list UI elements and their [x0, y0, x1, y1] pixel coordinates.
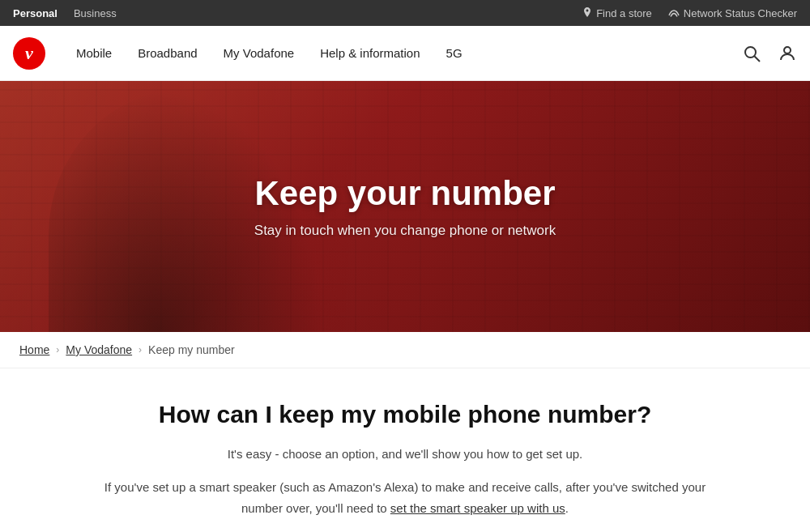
nav-broadband[interactable]: Broadband [126, 40, 208, 66]
vodafone-logo[interactable]: v [13, 37, 45, 70]
network-icon [668, 8, 680, 18]
utility-bar: Personal Business Find a store Network S… [0, 0, 810, 26]
main-content: How can I keep my mobile phone number? I… [81, 368, 729, 532]
nav-actions [742, 44, 797, 63]
breadcrumb: Home › My Vodafone › Keep my number [0, 332, 810, 368]
location-icon [582, 7, 592, 19]
nav-mobile[interactable]: Mobile [65, 40, 123, 66]
business-tab[interactable]: Business [74, 7, 117, 19]
hero-content: Keep your number Stay in touch when you … [0, 81, 810, 332]
find-store-link[interactable]: Find a store [582, 7, 652, 19]
hero-subtitle: Stay in touch when you change phone or n… [254, 223, 556, 239]
personal-tab[interactable]: Personal [13, 7, 58, 19]
search-icon [742, 44, 761, 63]
nav-links: Mobile Broadband My Vodafone Help & info… [65, 40, 742, 66]
account-button[interactable] [778, 44, 797, 63]
utility-bar-left: Personal Business [13, 7, 117, 19]
smart-speaker-link[interactable]: set the smart speaker up with us [390, 501, 565, 515]
breadcrumb-home[interactable]: Home [19, 343, 49, 356]
breadcrumb-separator-2: › [139, 344, 142, 355]
svg-point-2 [784, 47, 791, 53]
main-nav: v Mobile Broadband My Vodafone Help & in… [0, 26, 810, 81]
main-desc2-after: . [565, 501, 569, 515]
svg-point-0 [745, 47, 756, 57]
account-icon [778, 44, 797, 63]
search-button[interactable] [742, 44, 761, 63]
svg-line-1 [755, 56, 761, 62]
nav-5g[interactable]: 5G [435, 40, 474, 66]
nav-my-vodafone[interactable]: My Vodafone [212, 40, 306, 66]
breadcrumb-separator-1: › [56, 344, 59, 355]
utility-bar-right: Find a store Network Status Checker [582, 7, 797, 19]
nav-help[interactable]: Help & information [309, 40, 431, 66]
main-description-1: It's easy - choose an option, and we'll … [100, 445, 710, 464]
breadcrumb-current: Keep my number [148, 343, 235, 356]
breadcrumb-my-vodafone[interactable]: My Vodafone [66, 343, 132, 356]
main-description-2: If you've set up a smart speaker (such a… [100, 477, 710, 518]
main-heading: How can I keep my mobile phone number? [100, 401, 710, 428]
network-status-link[interactable]: Network Status Checker [668, 7, 797, 19]
hero-title: Keep your number [254, 174, 555, 213]
hero-section: Keep your number Stay in touch when you … [0, 81, 810, 332]
